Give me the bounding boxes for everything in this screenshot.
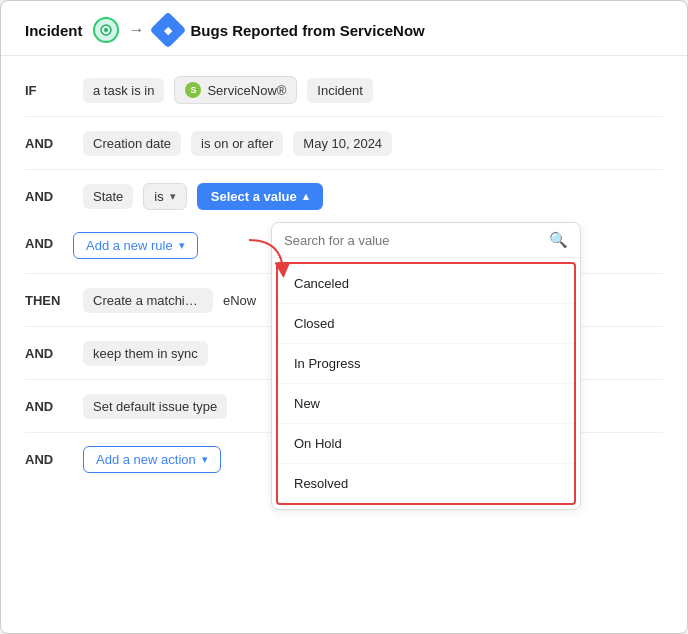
if-row: IF a task is in S ServiceNow® Incident	[1, 64, 687, 116]
and4-label: AND	[25, 346, 73, 361]
add-rule-chevron-icon: ▾	[179, 239, 185, 252]
state-chip: State	[83, 184, 133, 209]
and-add-rule-row: AND Add a new rule ▾	[1, 222, 687, 263]
page-title: Bugs Reported from ServiceNow	[191, 22, 425, 39]
destination-icon: ◆	[149, 12, 186, 49]
dropdown-item[interactable]: Canceled	[278, 264, 574, 304]
search-input[interactable]	[284, 233, 541, 248]
and1-label: AND	[25, 136, 73, 151]
main-window: Incident → ◆ Bugs Reported from ServiceN…	[0, 0, 688, 634]
add-action-chevron-icon: ▾	[202, 453, 208, 466]
dropdown-item[interactable]: In Progress	[278, 344, 574, 384]
value-dropdown: 🔍 CanceledClosedIn ProgressNewOn HoldRes…	[271, 222, 581, 510]
add-action-label: Add a new action	[96, 452, 196, 467]
add-new-rule-button[interactable]: Add a new rule ▾	[73, 232, 198, 259]
search-icon: 🔍	[549, 231, 568, 249]
dropdown-item[interactable]: On Hold	[278, 424, 574, 464]
creation-date-chip: Creation date	[83, 131, 181, 156]
arrow-icon: →	[129, 21, 145, 39]
and2-label: AND	[25, 189, 73, 204]
and5-label: AND	[25, 399, 73, 414]
add-rule-label: Add a new rule	[86, 238, 173, 253]
select-value-button[interactable]: Select a value ▴	[197, 183, 323, 210]
state-condition-label: is	[154, 189, 163, 204]
dropdown-item[interactable]: New	[278, 384, 574, 424]
header: Incident → ◆ Bugs Reported from ServiceN…	[1, 1, 687, 56]
if-task-chip: a task is in	[83, 78, 164, 103]
search-input-wrap: 🔍	[272, 223, 580, 258]
source-icon	[93, 17, 119, 43]
dropdown-item[interactable]: Resolved	[278, 464, 574, 503]
select-value-label: Select a value	[211, 189, 297, 204]
source-label: Incident	[25, 22, 83, 39]
svg-point-1	[104, 28, 108, 32]
and-state-row: AND State is ▾ Select a value ▴	[1, 170, 687, 222]
date-value-chip: May 10, 2024	[293, 131, 392, 156]
content: IF a task is in S ServiceNow® Incident A…	[1, 56, 687, 493]
and-creation-row: AND Creation date is on or after May 10,…	[1, 117, 687, 169]
then-action-chip: Create a matching is	[83, 288, 213, 313]
service-tag: S ServiceNow®	[174, 76, 297, 104]
service-label: ServiceNow®	[207, 83, 286, 98]
set-default-chip: Set default issue type	[83, 394, 227, 419]
dropdown-item[interactable]: Closed	[278, 304, 574, 344]
and6-label: AND	[25, 452, 73, 467]
condition-chip: is on or after	[191, 131, 283, 156]
state-chevron-icon: ▾	[170, 190, 176, 203]
state-is-button[interactable]: is ▾	[143, 183, 186, 210]
then-label: THEN	[25, 293, 73, 308]
keep-sync-chip: keep them in sync	[83, 341, 208, 366]
servicenow-icon: S	[185, 82, 201, 98]
add-new-action-button[interactable]: Add a new action ▾	[83, 446, 221, 473]
dropdown-list: CanceledClosedIn ProgressNewOn HoldResol…	[276, 262, 576, 505]
if-label: IF	[25, 83, 73, 98]
incident-chip: Incident	[307, 78, 373, 103]
then-suffix: eNow	[223, 293, 256, 308]
and3-label: AND	[25, 226, 73, 251]
select-chevron-icon: ▴	[303, 190, 309, 203]
then-action-label: Create a matching is	[93, 293, 212, 308]
